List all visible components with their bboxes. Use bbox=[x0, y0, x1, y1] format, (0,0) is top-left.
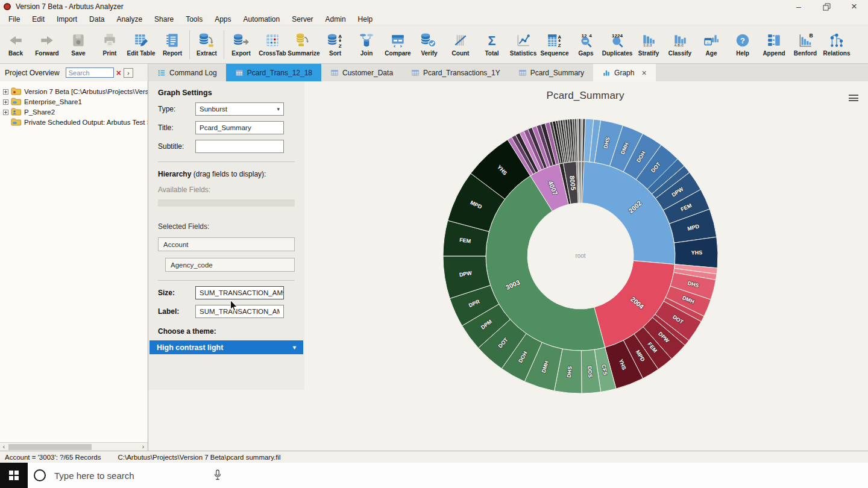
expand-plus-icon[interactable] bbox=[3, 89, 8, 94]
toolbar-button-label: Save bbox=[71, 50, 85, 57]
scroll-right-icon[interactable]: › bbox=[139, 443, 147, 450]
toolbar-button-label: Relations bbox=[823, 50, 850, 57]
toolbar-button-label: Age bbox=[706, 50, 717, 57]
panel-expand-button[interactable]: › bbox=[124, 68, 133, 78]
subtitle-input[interactable] bbox=[195, 140, 284, 153]
table-icon bbox=[235, 69, 244, 77]
save-button[interactable]: Save bbox=[63, 27, 94, 62]
label-label: Label: bbox=[158, 307, 195, 316]
sunburst-label-DHS: DHS bbox=[566, 366, 573, 378]
expand-plus-icon[interactable] bbox=[3, 99, 8, 104]
cortana-icon[interactable] bbox=[34, 469, 46, 481]
minimize-button[interactable]: – bbox=[785, 0, 813, 13]
type-select[interactable]: Sunburst ▾ bbox=[195, 102, 284, 116]
statistics-button[interactable]: Statistics bbox=[508, 27, 539, 62]
duplicates-button[interactable]: 1224Duplicates bbox=[602, 27, 633, 62]
tab-graph[interactable]: Graph× bbox=[593, 64, 656, 81]
append-button[interactable]: Append bbox=[758, 27, 790, 62]
menu-item-analyze[interactable]: Analyze bbox=[110, 15, 148, 23]
menu-item-import[interactable]: Import bbox=[51, 15, 83, 23]
horizontal-scrollbar[interactable]: ‹ › bbox=[0, 442, 148, 451]
tree-item-4[interactable]: Private Scheduled Output: Arbutus Test S bbox=[0, 117, 148, 127]
relations-button[interactable]: Relations bbox=[821, 27, 852, 62]
menu-item-admin[interactable]: Admin bbox=[319, 15, 352, 23]
windows-taskbar: Type here to search bbox=[0, 463, 868, 488]
extract-icon bbox=[199, 33, 215, 48]
log-icon bbox=[157, 69, 166, 77]
toolbar-button-label: Statistics bbox=[510, 50, 536, 57]
label-input[interactable] bbox=[195, 305, 284, 318]
compare-button[interactable]: Compare bbox=[382, 27, 414, 62]
title-bar: Version 7 Beta - Arbutus Analyzer – × bbox=[0, 0, 868, 13]
tab-pcard_summary[interactable]: Pcard_Summary bbox=[509, 64, 593, 81]
menu-item-server[interactable]: Server bbox=[286, 15, 319, 23]
tree-item-2[interactable]: Enterprise_Share1 bbox=[0, 96, 148, 107]
tree-item-1[interactable]: Version 7 Beta [C:\Arbutus\Projects\Vers… bbox=[0, 86, 148, 96]
close-button[interactable]: × bbox=[840, 0, 868, 13]
selected-field-agency-code[interactable]: Agency_code bbox=[165, 258, 295, 272]
menu-item-edit[interactable]: Edit bbox=[26, 15, 51, 23]
divider bbox=[158, 280, 295, 281]
verify-button[interactable]: Verify bbox=[414, 27, 445, 62]
sort-button[interactable]: AZSort bbox=[319, 27, 351, 62]
theme-select[interactable]: High contrast light ▾ bbox=[149, 340, 303, 354]
menu-item-file[interactable]: File bbox=[2, 15, 26, 23]
menu-item-tools[interactable]: Tools bbox=[180, 15, 209, 23]
tree-item-3[interactable]: P_Share2 bbox=[0, 107, 148, 117]
available-fields-list[interactable] bbox=[158, 199, 295, 207]
scrollbar-thumb[interactable] bbox=[8, 444, 92, 450]
search-input[interactable] bbox=[66, 67, 114, 78]
edit-table-button[interactable]: Edit Table bbox=[125, 27, 157, 62]
tab-pcard_transactions_1y[interactable]: Pcard_Transactions_1Y bbox=[402, 64, 509, 81]
menu-item-help[interactable]: Help bbox=[352, 15, 379, 23]
help-button[interactable]: ?Help bbox=[727, 27, 758, 62]
export-button[interactable]: Export bbox=[225, 27, 257, 62]
gaps-icon: 124 bbox=[578, 33, 594, 48]
start-button[interactable] bbox=[0, 463, 28, 488]
selected-field-account[interactable]: Account bbox=[158, 237, 295, 251]
menu-item-apps[interactable]: Apps bbox=[209, 15, 237, 23]
size-select[interactable]: SUM_TRANSACTION_AM ▾ bbox=[195, 286, 284, 299]
age-button[interactable]: 31Age bbox=[696, 27, 727, 62]
app-icon bbox=[4, 3, 11, 10]
scroll-left-icon[interactable]: ‹ bbox=[0, 443, 8, 450]
menu-item-data[interactable]: Data bbox=[83, 15, 110, 23]
stratify-icon: 1..2..3 bbox=[641, 33, 656, 48]
stratify-button[interactable]: 1..2..3Stratify bbox=[633, 27, 664, 62]
tree-item-label: P_Share2 bbox=[24, 108, 55, 116]
print-button[interactable]: Print bbox=[94, 27, 125, 62]
back-button[interactable]: Back bbox=[0, 27, 31, 62]
project-panel-title: Project Overview bbox=[5, 69, 60, 77]
tab-pcard_trans_12_18[interactable]: Pcard_Trans_12_18 bbox=[226, 64, 321, 81]
microphone-icon[interactable] bbox=[213, 469, 222, 481]
crosstab-button[interactable]: CrossTab bbox=[257, 27, 288, 62]
title-input[interactable] bbox=[195, 121, 284, 134]
benford-button[interactable]: BBenford bbox=[790, 27, 821, 62]
report-button[interactable]: Report bbox=[157, 27, 188, 62]
menu-item-automation[interactable]: Automation bbox=[237, 15, 286, 23]
toolbar-button-label: Append bbox=[763, 50, 785, 57]
classify-button[interactable]: A..B..CClassify bbox=[664, 27, 696, 62]
compare-icon bbox=[390, 33, 406, 48]
extract-button[interactable]: Extract bbox=[191, 27, 222, 62]
tab-close-icon[interactable]: × bbox=[641, 69, 646, 77]
sequence-button[interactable]: AZSequence bbox=[539, 27, 570, 62]
tab-command-log[interactable]: Command Log bbox=[148, 64, 226, 81]
divider bbox=[158, 161, 295, 162]
tab-customer_data[interactable]: Customer_Data bbox=[321, 64, 402, 81]
taskbar-search[interactable]: Type here to search bbox=[54, 471, 134, 481]
clear-search-icon[interactable]: × bbox=[116, 69, 121, 77]
expand-plus-icon[interactable] bbox=[3, 109, 8, 114]
menu-item-share[interactable]: Share bbox=[148, 15, 180, 23]
help-icon: ? bbox=[735, 33, 750, 48]
summarize-button[interactable]: Summarize bbox=[288, 27, 319, 62]
total-button[interactable]: ΣTotal bbox=[476, 27, 508, 62]
gaps-button[interactable]: 124Gaps bbox=[570, 27, 602, 62]
restore-button[interactable] bbox=[813, 0, 840, 13]
graph-settings-heading: Graph Settings bbox=[158, 89, 295, 97]
chart-menu-icon[interactable] bbox=[849, 95, 858, 103]
report-icon bbox=[165, 33, 180, 48]
join-button[interactable]: Join bbox=[351, 27, 382, 62]
forward-button[interactable]: Forward bbox=[31, 27, 63, 62]
count-button[interactable]: Count bbox=[445, 27, 476, 62]
